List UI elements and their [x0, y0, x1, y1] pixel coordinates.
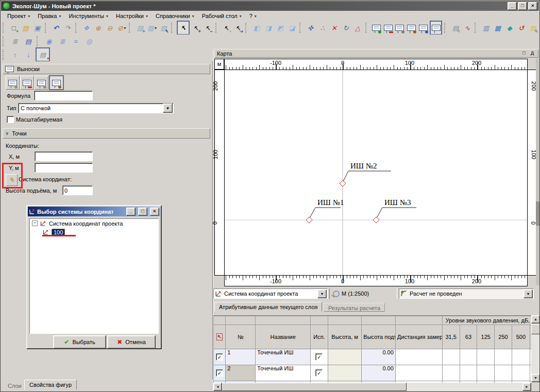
- open-project-button[interactable]: ▨: [20, 22, 31, 34]
- layers-book-button[interactable]: ▤: [22, 35, 35, 47]
- col-125[interactable]: 125: [477, 325, 495, 349]
- lift-cell[interactable]: 0.00: [362, 349, 396, 365]
- toolbar-grip[interactable]: [3, 36, 6, 46]
- tree-root-row[interactable]: − Система координат проекта: [30, 219, 158, 228]
- tree-expander-icon[interactable]: −: [32, 220, 38, 226]
- edit-contour-button[interactable]: △: [352, 22, 363, 34]
- use-cell[interactable]: ✓: [311, 365, 328, 381]
- point-callout-label[interactable]: ИШ №1: [317, 198, 344, 207]
- panel-pin-button[interactable]: ▤•: [36, 47, 50, 62]
- table-row[interactable]: ✓ 1 Точечный ИШ ✓ 0.00: [214, 349, 532, 365]
- callout-target-button[interactable]: [418, 22, 429, 34]
- noise-point-marker[interactable]: [306, 217, 312, 223]
- point-source-button[interactable]: ◉: [43, 35, 55, 47]
- chevron-down-icon[interactable]: ▾: [317, 289, 327, 298]
- ruler-table-button[interactable]: ▥: [481, 22, 492, 34]
- panel-up-button[interactable]: ↑: [9, 48, 21, 61]
- pan-button[interactable]: ❖: [81, 22, 92, 34]
- use-checkbox[interactable]: ✓: [315, 353, 323, 361]
- x-input[interactable]: [35, 151, 93, 161]
- eraser-button[interactable]: ◆: [504, 22, 515, 34]
- use-cell[interactable]: ✓: [311, 349, 328, 365]
- noise-point-marker[interactable]: [340, 180, 346, 186]
- dialog-close-button[interactable]: ×: [150, 208, 159, 216]
- toolbar-grip[interactable]: [475, 23, 478, 33]
- callout-point-button[interactable]: [394, 22, 405, 34]
- close-button[interactable]: ×: [528, 2, 537, 10]
- new-project-button[interactable]: □+: [8, 22, 19, 34]
- redo-button[interactable]: ↷: [62, 22, 73, 34]
- freq-cell[interactable]: [442, 349, 460, 365]
- select-button[interactable]: ✔ Выбрать: [53, 335, 106, 349]
- scroll-left-button[interactable]: ◄: [213, 383, 222, 391]
- y-input[interactable]: [35, 163, 93, 173]
- scrollbar-thumb[interactable]: [531, 324, 540, 334]
- shape-exclude-button[interactable]: ◪: [286, 22, 297, 34]
- callout-point-small-button[interactable]: [35, 76, 48, 90]
- scroll-up-button[interactable]: ▲: [531, 315, 540, 323]
- select-move-button[interactable]: ↖➜: [233, 22, 244, 34]
- map-canvas[interactable]: ИШ №1 ИШ №2 ИШ №3: [224, 70, 528, 276]
- toolbar-grip[interactable]: [171, 23, 174, 33]
- select-all-header[interactable]: ↖: [214, 325, 226, 349]
- scrollbar-thumb[interactable]: [536, 201, 539, 226]
- callout-delete-button[interactable]: [383, 22, 394, 34]
- table-horizontal-scrollbar[interactable]: ◄ ►: [213, 383, 531, 391]
- table-vertical-scrollbar[interactable]: ▲ ▼: [531, 315, 540, 383]
- minimize-button[interactable]: _: [508, 2, 517, 10]
- shape-intersect-button[interactable]: ◩: [275, 22, 285, 34]
- type-combobox[interactable]: С полочкой ▾: [18, 103, 174, 113]
- point-callout-label[interactable]: ИШ №3: [384, 198, 411, 207]
- callout-bind-small-button[interactable]: [49, 75, 64, 90]
- formula-input[interactable]: [34, 91, 93, 100]
- add-object-button[interactable]: ▧+: [135, 22, 146, 34]
- menu-references[interactable]: Справочники▾: [151, 12, 198, 20]
- grid-colors-button[interactable]: ▦: [493, 22, 503, 34]
- callout-delete-small-button[interactable]: [20, 76, 34, 90]
- callout-add-small-button[interactable]: [6, 76, 20, 90]
- barrier-button[interactable]: ≣: [56, 35, 69, 47]
- calc-status-combobox[interactable]: Расчет не проведен ▾: [399, 288, 534, 299]
- shape-subtract-button[interactable]: ◨: [263, 22, 274, 34]
- freq-cell[interactable]: [477, 349, 495, 365]
- tab-layers[interactable]: Слои: [3, 381, 27, 391]
- col-use[interactable]: Исп.: [311, 325, 328, 349]
- toolbar-grip[interactable]: [37, 36, 40, 46]
- zoom-out-button[interactable]: ⊖: [105, 22, 115, 34]
- delete-figure-button[interactable]: ✕: [329, 22, 340, 34]
- undo-button[interactable]: ↶: [50, 22, 61, 34]
- tab-attribute-data[interactable]: Атрибутивные данные текущего слоя: [214, 302, 322, 312]
- col-lift[interactable]: Высота подъема, м: [362, 325, 396, 349]
- pick-object-button[interactable]: ▧↖: [158, 22, 169, 34]
- callout-bind-button[interactable]: [406, 22, 417, 34]
- menu-help[interactable]: ?▾: [245, 12, 260, 20]
- col-distance[interactable]: Дистанция замера (расчёта), м: [395, 325, 442, 349]
- col-500[interactable]: 500: [512, 325, 530, 349]
- toolbar-grip[interactable]: [444, 23, 447, 33]
- cancel-button[interactable]: ✖ Отмена: [107, 335, 156, 349]
- distance-cell[interactable]: [395, 365, 442, 381]
- rotate-figure-button[interactable]: ↻: [341, 22, 351, 34]
- shape-union-button[interactable]: ◧: [251, 22, 262, 34]
- toolbar-grip[interactable]: [45, 23, 48, 33]
- num-cell[interactable]: 1: [226, 349, 256, 365]
- print-button[interactable]: ≣: [9, 35, 21, 47]
- toolbar-grip[interactable]: [129, 23, 132, 33]
- maximize-button[interactable]: □: [518, 2, 527, 10]
- callouts-section-header[interactable]: Выноски: [3, 64, 210, 74]
- chevron-down-icon[interactable]: ▾: [524, 289, 533, 298]
- scroll-right-button[interactable]: ►: [522, 383, 531, 391]
- freq-cell[interactable]: [460, 365, 477, 381]
- refresh-button[interactable]: ↺: [516, 22, 527, 34]
- map-vertical-scrollbar[interactable]: [536, 59, 539, 285]
- panel-down-button[interactable]: ↓: [22, 48, 35, 61]
- map-float-button[interactable]: □: [520, 50, 528, 57]
- tab-figure-properties[interactable]: Свойства фигур: [24, 380, 77, 390]
- distance-cell[interactable]: [395, 349, 442, 365]
- menu-tools[interactable]: Инструменты▾: [64, 12, 112, 20]
- freq-cell[interactable]: [495, 349, 512, 365]
- toolbar-grip[interactable]: [245, 23, 248, 33]
- zoom-options-button[interactable]: ⊘▾: [116, 22, 127, 34]
- menu-desktop[interactable]: Рабочий стол▾: [198, 12, 245, 20]
- col-250[interactable]: 250: [495, 325, 512, 349]
